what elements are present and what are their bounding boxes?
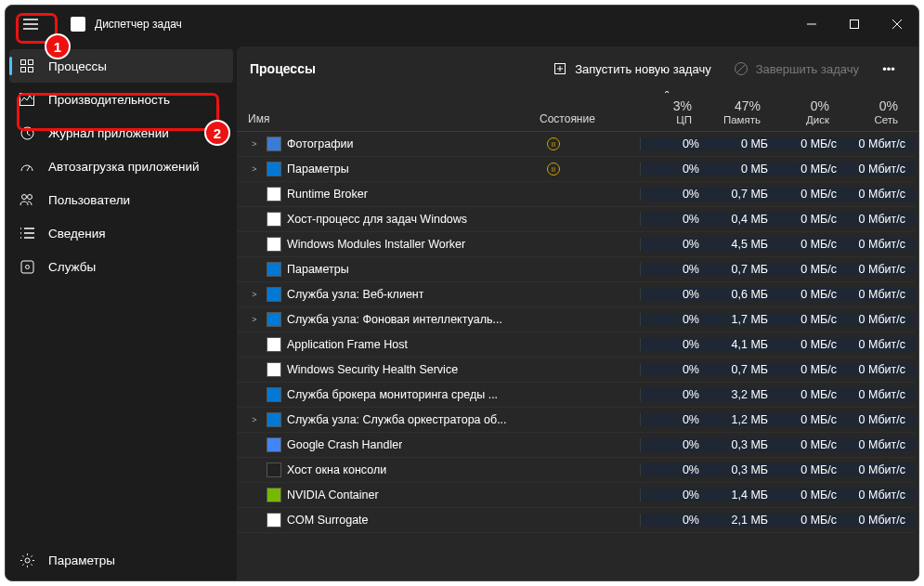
process-name: Windows Security Health Service — [287, 363, 458, 376]
network-value: 0 Мбит/с — [846, 238, 915, 251]
table-row[interactable]: COM Surrogate 0% 2,1 МБ 0 МБ/с 0 Мбит/с — [237, 508, 915, 533]
hamburger-menu-button[interactable] — [19, 12, 43, 36]
disk-value: 0 МБ/с — [777, 338, 846, 351]
cpu-value: 0% — [640, 463, 709, 476]
table-row[interactable]: Параметры 0% 0,7 МБ 0 МБ/с 0 Мбит/с — [237, 257, 915, 282]
process-name: NVIDIA Container — [287, 488, 379, 501]
column-disk[interactable]: 0% Диск — [770, 91, 839, 131]
expand-icon[interactable]: > — [248, 290, 261, 299]
disk-value: 0 МБ/с — [777, 263, 846, 276]
table-header: Имя Состояние ⌃ 3% ЦП 47% Память 0% Диск — [237, 91, 918, 132]
expand-icon[interactable]: > — [248, 315, 261, 324]
table-row[interactable]: Служба брокера мониторинга среды ... 0% … — [237, 383, 915, 408]
process-icon — [267, 437, 281, 452]
grid-icon — [19, 59, 35, 73]
table-row[interactable]: NVIDIA Container 0% 1,4 МБ 0 МБ/с 0 Мбит… — [237, 483, 915, 508]
network-value: 0 Мбит/с — [846, 363, 915, 376]
process-name: Фотографии — [287, 137, 353, 150]
table-row[interactable]: Windows Modules Installer Worker 0% 4,5 … — [237, 232, 915, 257]
memory-value: 0,7 МБ — [709, 263, 777, 276]
svg-rect-9 — [21, 261, 33, 273]
column-name[interactable]: Имя — [237, 91, 530, 131]
table-row[interactable]: Application Frame Host 0% 4,1 МБ 0 МБ/с … — [237, 332, 915, 358]
content-panel: Процессы Запустить новую задачу Завершит… — [237, 46, 918, 580]
process-status: II — [538, 163, 640, 176]
disk-value: 0 МБ/с — [777, 313, 846, 326]
process-name: Служба брокера мониторинга среды ... — [287, 388, 498, 401]
process-name: Runtime Broker — [287, 188, 368, 201]
expand-icon[interactable]: > — [248, 164, 261, 174]
network-value: 0 Мбит/с — [846, 188, 915, 201]
sidebar-item-details[interactable]: Сведения — [9, 216, 233, 250]
expand-icon[interactable]: > — [248, 139, 261, 149]
memory-value: 0 МБ — [709, 163, 777, 176]
memory-value: 4,5 МБ — [709, 238, 777, 251]
sidebar-item-processes[interactable]: Процессы — [9, 49, 233, 83]
maximize-button[interactable] — [833, 9, 876, 39]
close-button[interactable] — [876, 9, 918, 39]
process-icon — [267, 412, 281, 427]
cpu-value: 0% — [640, 288, 709, 301]
disk-value: 0 МБ/с — [777, 413, 846, 426]
column-status[interactable]: Состояние — [530, 91, 632, 131]
network-value: 0 Мбит/с — [846, 313, 915, 326]
users-icon — [19, 193, 35, 206]
process-name: Хост-процесс для задач Windows — [287, 213, 467, 226]
process-icon — [267, 187, 281, 202]
column-network[interactable]: 0% Сеть — [839, 91, 907, 131]
sidebar-item-label: Автозагрузка приложений — [48, 160, 199, 174]
process-name: Служба узла: Фоновая интеллектуаль... — [287, 313, 502, 326]
cpu-value: 0% — [640, 488, 709, 501]
disk-value: 0 МБ/с — [777, 188, 846, 201]
table-row[interactable]: Runtime Broker 0% 0,7 МБ 0 МБ/с 0 Мбит/с — [237, 182, 915, 207]
sidebar-item-app-history[interactable]: Журнал приложений — [9, 116, 233, 150]
table-row[interactable]: Windows Security Health Service 0% 0,7 М… — [237, 358, 915, 383]
table-row[interactable]: Хост-процесс для задач Windows 0% 0,4 МБ… — [237, 207, 915, 232]
svg-rect-2 — [28, 59, 33, 64]
process-icon — [267, 312, 281, 327]
sidebar-item-label: Производительность — [48, 93, 170, 107]
sidebar-item-settings[interactable]: Параметры — [9, 543, 233, 577]
network-value: 0 Мбит/с — [846, 288, 915, 301]
network-value: 0 Мбит/с — [846, 388, 915, 401]
end-task-button: Завершить задачу — [724, 54, 868, 84]
cpu-value: 0% — [640, 363, 709, 376]
run-new-task-button[interactable]: Запустить новую задачу — [543, 54, 720, 84]
table-row[interactable]: Google Crash Handler 0% 0,3 МБ 0 МБ/с 0 … — [237, 433, 915, 458]
content-header: Процессы Запустить новую задачу Завершит… — [237, 46, 918, 91]
cpu-value: 0% — [640, 413, 709, 426]
clock-icon — [19, 126, 35, 140]
process-icon — [267, 488, 281, 502]
table-row[interactable]: > Параметры II 0% 0 МБ 0 МБ/с 0 Мбит/с — [237, 157, 915, 182]
disk-value: 0 МБ/с — [777, 163, 846, 176]
process-name: Служба узла: Веб-клиент — [287, 288, 423, 301]
column-cpu[interactable]: ⌃ 3% ЦП — [632, 91, 701, 131]
minimize-button[interactable] — [790, 9, 833, 39]
cpu-value: 0% — [640, 163, 709, 176]
network-value: 0 Мбит/с — [846, 163, 915, 176]
expand-icon[interactable]: > — [248, 415, 261, 424]
column-memory[interactable]: 47% Память — [701, 91, 770, 131]
table-row[interactable]: > Служба узла: Веб-клиент 0% 0,6 МБ 0 МБ… — [237, 282, 915, 307]
titlebar: Диспетчер задач — [6, 6, 918, 43]
cpu-value: 0% — [640, 263, 709, 276]
sidebar-item-performance[interactable]: Производительность — [9, 83, 233, 116]
disk-value: 0 МБ/с — [777, 438, 846, 451]
sidebar-item-users[interactable]: Пользователи — [9, 183, 233, 216]
table-row[interactable]: > Служба узла: Служба оркестратора об...… — [237, 408, 915, 433]
svg-rect-1 — [20, 59, 25, 64]
network-value: 0 Мбит/с — [846, 338, 915, 351]
end-task-label: Завершить задачу — [756, 62, 859, 76]
sidebar-item-services[interactable]: Службы — [9, 250, 233, 283]
sidebar-item-startup[interactable]: Автозагрузка приложений — [9, 150, 233, 183]
cpu-value: 0% — [640, 313, 709, 326]
table-row[interactable]: > Фотографии II 0% 0 МБ 0 МБ/с 0 Мбит/с — [237, 132, 915, 157]
sidebar-item-label: Службы — [48, 260, 96, 274]
process-name: Параметры — [287, 263, 349, 276]
table-row[interactable]: > Служба узла: Фоновая интеллектуаль... … — [237, 307, 915, 332]
disk-value: 0 МБ/с — [777, 238, 846, 251]
table-row[interactable]: Хост окна консоли 0% 0,3 МБ 0 МБ/с 0 Мби… — [237, 458, 915, 483]
more-button[interactable]: ••• — [872, 54, 905, 84]
table-body[interactable]: > Фотографии II 0% 0 МБ 0 МБ/с 0 Мбит/с … — [237, 132, 918, 580]
svg-point-11 — [25, 558, 30, 563]
